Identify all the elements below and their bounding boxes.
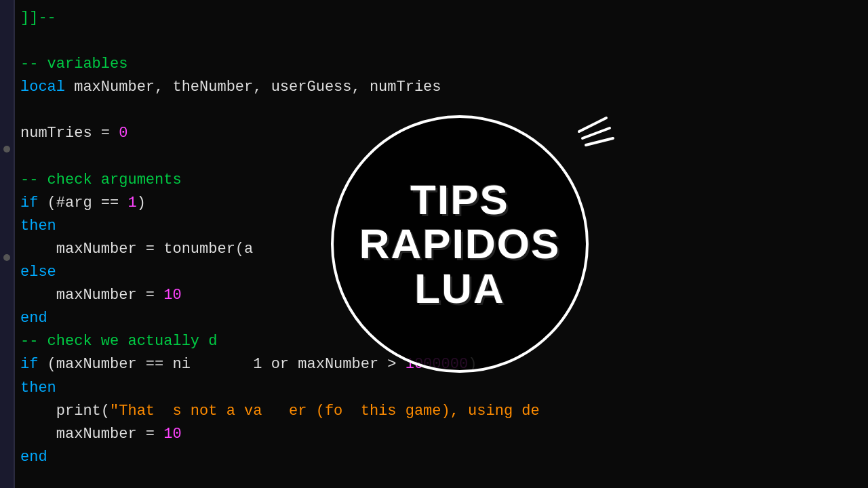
line-bullet bbox=[3, 146, 10, 152]
logo-overlay: TIPS RAPIDOS LUA bbox=[331, 115, 589, 373]
sidebar-strip bbox=[0, 0, 15, 488]
logo-rapidos: RAPIDOS bbox=[359, 222, 560, 266]
sparkle-icon bbox=[572, 111, 620, 152]
code-line: ]]-- bbox=[20, 7, 854, 30]
code-line: print("That s not a va er (fo this game)… bbox=[20, 400, 854, 423]
logo-tips: TIPS bbox=[410, 178, 509, 222]
code-line: local maxNumber, theNumber, userGuess, n… bbox=[20, 76, 854, 99]
code-line bbox=[20, 30, 854, 53]
line-bullet bbox=[3, 254, 10, 261]
logo-lua: LUA bbox=[414, 266, 505, 310]
code-line: end bbox=[20, 446, 854, 469]
code-line: -- variables bbox=[20, 53, 854, 76]
code-line: maxNumber = 10 bbox=[20, 423, 854, 446]
code-line bbox=[20, 469, 854, 488]
svg-line-1 bbox=[583, 128, 610, 138]
svg-line-2 bbox=[586, 138, 613, 145]
code-line: then bbox=[20, 377, 854, 400]
